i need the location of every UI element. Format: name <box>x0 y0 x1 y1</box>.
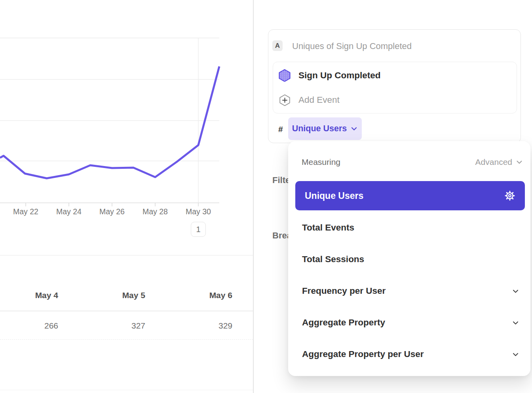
table-value-cell: 327 <box>58 321 145 331</box>
table-header-cell: May 4 <box>0 291 58 300</box>
event-hexagon-icon <box>278 68 291 83</box>
line-chart[interactable] <box>0 0 222 221</box>
table-header-divider <box>0 311 253 311</box>
advanced-mode-value: Advanced <box>475 157 512 167</box>
menu-item-label: Frequency per User <box>302 286 386 296</box>
menu-item-total-events[interactable]: Total Events <box>288 216 530 239</box>
add-event-hexagon-icon <box>278 94 291 107</box>
add-event-button[interactable]: Add Event <box>273 87 517 113</box>
measure-type-symbol: # <box>278 125 283 134</box>
x-axis-label: May 26 <box>92 207 132 216</box>
chevron-down-icon <box>515 158 523 166</box>
menu-item-frequency-per-user[interactable]: Frequency per User <box>288 280 530 302</box>
menu-item-aggregate-property[interactable]: Aggregate Property <box>288 311 530 334</box>
table-value-cell: 266 <box>0 321 58 331</box>
event-name: Sign Up Completed <box>298 70 381 81</box>
menu-item-label: Aggregate Property per User <box>302 349 424 359</box>
chevron-down-icon <box>350 125 358 132</box>
event-list-card: Sign Up Completed Add Event <box>273 62 517 113</box>
bottom-divider <box>0 390 253 390</box>
x-axis-label: May 28 <box>135 207 175 216</box>
event-row[interactable]: Sign Up Completed <box>273 63 517 88</box>
measurement-selector[interactable]: Unique Users <box>288 117 362 140</box>
table-value-cell: 329 <box>145 321 232 331</box>
chevron-down-icon <box>512 287 519 295</box>
chart-section: May 22May 24May 26May 28May 30 1 May 4 M… <box>0 0 253 393</box>
pagination-badge[interactable]: 1 <box>191 222 206 237</box>
chevron-down-icon <box>512 351 519 358</box>
add-event-label: Add Event <box>298 95 340 105</box>
measurement-dropdown-menu: Measuring Advanced Unique Users Total Ev… <box>288 141 530 376</box>
series-letter-badge: A <box>272 40 283 51</box>
series-title: Uniques of Sign Up Completed <box>292 41 412 51</box>
menu-item-total-sessions[interactable]: Total Sessions <box>288 248 530 271</box>
panel-divider <box>253 0 254 393</box>
menu-item-label: Aggregate Property <box>302 317 385 328</box>
analytics-report-view: May 22May 24May 26May 28May 30 1 May 4 M… <box>0 0 532 393</box>
menu-item-aggregate-property-per-user[interactable]: Aggregate Property per User <box>288 343 530 366</box>
table-header-cell: May 5 <box>58 291 145 300</box>
menu-item-label: Total Events <box>302 223 354 233</box>
chevron-down-icon <box>512 319 519 327</box>
table-row-divider <box>0 339 253 340</box>
x-axis-label: May 30 <box>179 207 218 216</box>
metric-query-card: A Uniques of Sign Up Completed Sign <box>268 29 521 143</box>
table-header-cell: May 6 <box>145 291 232 300</box>
menu-item-unique-users-selected[interactable]: Unique Users <box>295 181 525 210</box>
selected-item-label: Unique Users <box>305 191 363 201</box>
measuring-label: Measuring <box>302 157 340 167</box>
table-top-divider <box>0 255 253 255</box>
advanced-mode-selector[interactable]: Advanced <box>475 157 523 167</box>
gear-icon[interactable] <box>504 190 515 201</box>
dropdown-header: Measuring Advanced <box>302 156 523 168</box>
x-axis-label: May 22 <box>6 207 46 216</box>
x-axis-label: May 24 <box>49 207 89 216</box>
measurement-selector-value: Unique Users <box>292 124 347 134</box>
menu-item-label: Total Sessions <box>302 254 364 265</box>
